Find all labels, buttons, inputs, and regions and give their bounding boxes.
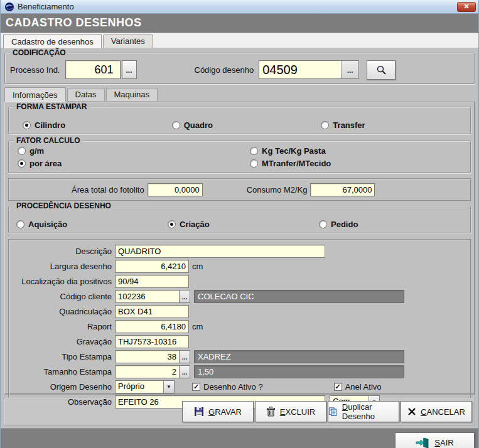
gravacao-label: Gravação — [11, 337, 115, 346]
excluir-button[interactable]: EXCLUIR — [255, 401, 326, 422]
outer-tabstrip: Cadastro de desenhos Variantes — [1, 33, 478, 48]
save-icon — [194, 407, 204, 417]
radio-mtranfer-mtecido[interactable]: MTranfer/MTecido — [250, 159, 331, 168]
radio-por-area-label: por área — [30, 159, 62, 168]
tipo-estampa-row: Tipo Estampa ... XADREZ — [11, 349, 468, 364]
radio-icon — [250, 159, 258, 168]
ellipsis-icon: ... — [126, 66, 132, 75]
radio-icon — [319, 220, 327, 228]
search-button[interactable] — [367, 60, 396, 80]
radio-icon — [168, 220, 176, 228]
radio-cilindro-label: Cilindro — [35, 120, 65, 130]
tipo-estampa-field[interactable] — [115, 350, 180, 363]
origem-combo[interactable]: Próprio ▼ — [115, 380, 175, 393]
radio-transfer-label: Transfer — [333, 120, 365, 130]
checkbox-icon: ✓ — [334, 383, 342, 391]
window-title: Beneficiamento — [18, 2, 457, 11]
gravacao-field[interactable] — [115, 335, 189, 348]
tab-informacoes[interactable]: Informações — [4, 87, 66, 102]
raport-field[interactable] — [115, 320, 189, 333]
quadriculacao-row: Quadriculação — [11, 304, 468, 319]
codigo-desenho-label: Código desenho — [195, 65, 254, 75]
origem-combo-value: Próprio — [116, 381, 163, 393]
consumo-label: Consumo M2/Kg — [247, 185, 308, 195]
radio-icon — [321, 121, 329, 129]
radio-quadro-label: Quadro — [184, 120, 213, 130]
fator-calculo-legend: FATOR CALCULO — [14, 136, 83, 145]
radio-criacao-label: Criação — [180, 220, 210, 229]
tab-maquinas[interactable]: Maquinas — [106, 88, 158, 101]
app-icon — [4, 2, 14, 12]
codigo-cliente-field[interactable] — [115, 290, 180, 303]
tab-cadastro-de-desenhos[interactable]: Cadastro de desenhos — [3, 34, 102, 48]
gravar-button[interactable]: GRAVAR — [182, 401, 254, 422]
gravar-label: GRAVAR — [208, 407, 242, 417]
codigo-cliente-lookup-button[interactable]: ... — [180, 290, 190, 303]
procedencia-legend: PROCEDÊNCIA DESENHO — [14, 201, 114, 210]
localizacao-field[interactable] — [115, 275, 189, 288]
radio-cilindro[interactable]: Cilindro — [23, 120, 172, 130]
sair-button[interactable]: SAIR — [395, 432, 475, 448]
largura-label: Largura desenho — [11, 262, 115, 271]
tab-variantes[interactable]: Variantes — [103, 35, 153, 48]
localizacao-row: Localização dia positivos — [11, 274, 468, 289]
fator-calculo-groupbox: FATOR CALCULO g/m por área Kg Tec/Kg Pas… — [8, 141, 471, 173]
exit-door-icon — [416, 437, 429, 448]
localizacao-label: Localização dia positivos — [11, 277, 115, 286]
radio-quadro[interactable]: Quadro — [172, 120, 321, 130]
radio-gm[interactable]: g/m — [18, 146, 250, 156]
checkbox-icon: ✓ — [192, 383, 200, 391]
page-title: CADASTRO DESENHOS — [1, 14, 478, 33]
radio-icon — [23, 121, 31, 129]
excluir-label: EXCLUIR — [280, 407, 315, 417]
radio-por-area[interactable]: por área — [18, 159, 250, 168]
tipo-estampa-display: XADREZ — [194, 350, 404, 363]
tamanho-estampa-lookup-button[interactable]: ... — [180, 365, 190, 378]
radio-criacao[interactable]: Criação — [168, 220, 319, 229]
descricao-label: Descrição — [11, 247, 115, 256]
informacoes-panel: FORMA ESTAMPAR Cilindro Quadro Transfer … — [4, 101, 475, 395]
largura-unit: cm — [192, 262, 203, 271]
codigo-desenho-field[interactable] — [259, 61, 341, 78]
tamanho-estampa-display: 1,50 — [194, 365, 404, 378]
desenho-ativo-checkbox[interactable]: ✓ Desenho Ativo ? — [192, 382, 263, 392]
origem-row: Origem Desenho Próprio ▼ ✓ Desenho Ativo… — [11, 379, 468, 394]
procedencia-groupbox: PROCEDÊNCIA DESENHO Aquisição Criação Pe… — [8, 206, 471, 233]
radio-icon — [18, 159, 26, 168]
tipo-estampa-label: Tipo Estampa — [11, 352, 115, 361]
cliente-nome-display: COLECAO CIC — [194, 290, 404, 303]
cancelar-button[interactable]: CANCELAR — [401, 401, 472, 422]
area-total-field[interactable] — [148, 183, 203, 196]
medidas-panel: Área total do fotolito Consumo M2/Kg — [8, 178, 471, 201]
raport-label: Raport — [11, 322, 115, 331]
gravacao-row: Gravação — [11, 334, 468, 349]
tab-datas[interactable]: Datas — [67, 88, 105, 101]
close-button[interactable]: ✕ — [457, 2, 476, 12]
radio-icon — [250, 147, 258, 155]
tamanho-estampa-field[interactable] — [115, 365, 180, 378]
radio-kgtec-kgpasta[interactable]: Kg Tec/Kg Pasta — [250, 146, 331, 156]
forma-estampar-legend: FORMA ESTAMPAR — [14, 102, 89, 111]
codigo-lookup-button[interactable]: ... — [341, 61, 358, 78]
tamanho-estampa-row: Tamanho Estampa ... 1,50 — [11, 364, 468, 379]
tipo-estampa-lookup-button[interactable]: ... — [180, 350, 190, 363]
duplicar-label: Duplicar Desenho — [342, 402, 399, 421]
ellipsis-icon: ... — [182, 294, 187, 301]
radio-pedido-label: Pedido — [331, 220, 358, 229]
copy-icon — [328, 407, 338, 417]
codigo-cliente-label: Código cliente — [11, 292, 115, 301]
radio-transfer[interactable]: Transfer — [321, 120, 470, 130]
descricao-row: Descrição — [11, 243, 468, 259]
largura-field[interactable] — [115, 260, 189, 273]
radio-pedido[interactable]: Pedido — [319, 220, 470, 229]
anel-ativo-checkbox[interactable]: ✓ Anel Ativo — [334, 382, 382, 392]
processo-ind-field[interactable] — [65, 60, 121, 79]
cancel-x-icon — [407, 407, 416, 416]
consumo-field[interactable] — [310, 183, 375, 196]
processo-lookup-button[interactable]: ... — [122, 60, 137, 79]
descricao-field[interactable] — [115, 245, 325, 258]
codificacao-groupbox: CODIFICAÇÃO Processo Ind. ... Código des… — [4, 53, 475, 84]
radio-aquisicao[interactable]: Aquisição — [16, 220, 168, 229]
quadriculacao-field[interactable] — [115, 305, 189, 318]
duplicar-desenho-button[interactable]: Duplicar Desenho — [328, 401, 399, 422]
